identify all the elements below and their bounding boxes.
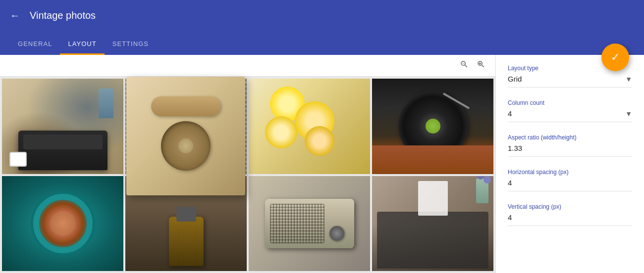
vertical-spacing-label: Vertical spacing (px) xyxy=(508,203,632,210)
tab-layout[interactable]: LAYOUT xyxy=(60,34,104,55)
horizontal-spacing-value: 4 xyxy=(508,179,632,191)
photo-cell-3 xyxy=(249,79,370,174)
phone-draggable[interactable] xyxy=(126,77,245,195)
column-count-arrow-icon: ▼ xyxy=(625,110,632,118)
layout-type-value: Grid xyxy=(508,75,522,83)
phone-handset xyxy=(151,96,220,116)
column-count-value: 4 xyxy=(508,109,512,118)
tabs-bar: GENERAL LAYOUT SETTINGS xyxy=(0,31,644,55)
header: ← Vintage photos xyxy=(0,0,644,31)
main-content: Layout type Grid ▼ Column count 4 ▼ Aspe… xyxy=(0,55,644,273)
photo-cell-5 xyxy=(2,176,123,272)
column-count-label: Column count xyxy=(508,99,632,106)
aspect-ratio-label: Aspect ratio (width/height) xyxy=(508,134,632,141)
layout-type-select[interactable]: Grid ▼ xyxy=(508,75,632,88)
photo-cell-8 xyxy=(372,176,493,272)
save-fab-button[interactable]: ✓ xyxy=(601,44,629,71)
vertical-spacing-number: 4 xyxy=(508,213,512,222)
aspect-ratio-number: 1.33 xyxy=(508,144,522,152)
zoom-in-icon[interactable] xyxy=(475,58,487,73)
phone-dial xyxy=(161,121,211,171)
page-title: Vintage photos xyxy=(30,10,96,21)
horizontal-spacing-number: 4 xyxy=(508,179,512,187)
photo-cell-7 xyxy=(249,176,370,272)
back-button[interactable]: ← xyxy=(10,10,20,21)
photo-cell-1 xyxy=(2,79,123,174)
canvas-area xyxy=(0,55,495,273)
vintage-radio xyxy=(265,199,354,248)
radio-speaker xyxy=(270,204,324,243)
layout-type-arrow-icon: ▼ xyxy=(625,75,632,83)
aspect-ratio-value: 1.33 xyxy=(508,144,632,157)
phone-body xyxy=(141,96,230,176)
vertical-spacing-field: Vertical spacing (px) 4 xyxy=(508,203,632,226)
radio-knob xyxy=(329,226,344,241)
horizontal-spacing-field: Horizontal spacing (px) 4 xyxy=(508,169,632,191)
zoom-out-icon[interactable] xyxy=(458,58,471,73)
tab-general[interactable]: GENERAL xyxy=(10,34,60,55)
coffee-grinder xyxy=(169,217,204,266)
vertical-spacing-value: 4 xyxy=(508,213,632,226)
column-count-select[interactable]: 4 ▼ xyxy=(508,109,632,122)
photo-grid xyxy=(0,77,495,273)
tab-settings[interactable]: SETTINGS xyxy=(105,34,157,55)
column-count-field: Column count 4 ▼ xyxy=(508,99,632,122)
horizontal-spacing-label: Horizontal spacing (px) xyxy=(508,169,632,176)
photo-cell-4 xyxy=(372,79,493,174)
settings-panel: Layout type Grid ▼ Column count 4 ▼ Aspe… xyxy=(495,55,644,273)
aspect-ratio-field: Aspect ratio (width/height) 1.33 xyxy=(508,134,632,157)
tea-cup xyxy=(33,194,93,253)
canvas-toolbar xyxy=(0,55,495,77)
check-icon: ✓ xyxy=(611,51,620,64)
